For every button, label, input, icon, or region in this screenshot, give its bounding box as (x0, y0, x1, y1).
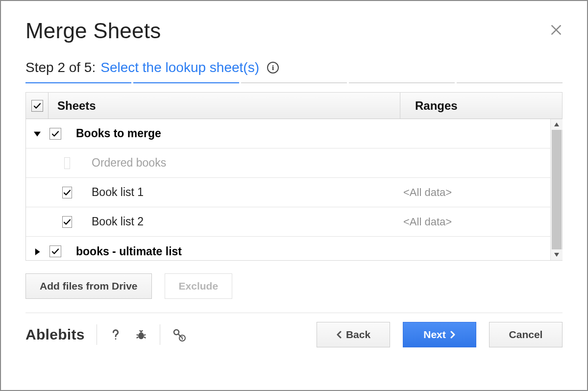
tree-group-row[interactable]: Books to merge (26, 119, 550, 148)
svg-line-11 (144, 337, 146, 338)
dialog-title: Merge Sheets (25, 19, 161, 43)
step-prefix: Step 2 of 5: (25, 60, 96, 75)
exclude-button: Exclude (165, 273, 233, 299)
chevron-left-icon (336, 331, 342, 339)
step-title: Select the lookup sheet(s) (100, 60, 259, 75)
svg-line-10 (136, 337, 138, 338)
svg-point-14 (182, 337, 183, 338)
bug-icon (134, 328, 148, 342)
check-icon (51, 129, 60, 138)
chevron-right-icon (450, 331, 456, 339)
divider (25, 313, 563, 313)
cancel-button[interactable]: Cancel (489, 322, 563, 347)
step-indicator: Step 2 of 5: Select the lookup sheet(s) … (25, 60, 563, 75)
sheets-grid: Sheets Ranges Books to merge (25, 92, 563, 261)
progress-segments (25, 82, 563, 83)
row-label: books - ultimate list (70, 245, 389, 258)
help-button[interactable] (109, 328, 122, 342)
row-label: Book list 2 (70, 215, 389, 228)
close-icon (550, 24, 563, 36)
select-all-checkbox[interactable] (31, 100, 43, 112)
check-icon (33, 101, 42, 110)
svg-point-6 (115, 338, 116, 340)
row-checkbox[interactable] (49, 245, 61, 257)
info-icon[interactable]: i (267, 62, 279, 73)
column-header-sheets[interactable]: Sheets (49, 93, 400, 119)
row-checkbox[interactable] (49, 128, 61, 140)
vertical-scrollbar[interactable] (550, 119, 562, 260)
row-label: Books to merge (70, 127, 389, 140)
tree-child-row[interactable]: Book list 2 <All data> (26, 207, 550, 237)
check-icon (51, 247, 60, 256)
svg-marker-4 (554, 122, 559, 126)
add-files-from-drive-button[interactable]: Add files from Drive (25, 273, 152, 299)
scroll-up-icon[interactable] (551, 119, 563, 130)
svg-marker-5 (554, 253, 559, 257)
tree-child-row: Ordered books (26, 148, 550, 178)
row-checkbox-disabled (64, 157, 70, 169)
expand-icon[interactable] (34, 245, 41, 258)
bug-report-button[interactable] (134, 328, 148, 342)
row-range[interactable]: <All data> (389, 186, 550, 199)
scroll-down-icon[interactable] (551, 249, 563, 260)
row-label: Book list 1 (70, 186, 389, 199)
question-icon (109, 328, 122, 342)
brand-label: Ablebits (25, 326, 85, 343)
svg-marker-3 (35, 248, 40, 255)
key-info-icon (172, 328, 186, 342)
back-button[interactable]: Back (317, 322, 390, 347)
tree-child-row[interactable]: Book list 1 <All data> (26, 178, 550, 207)
svg-point-7 (138, 332, 144, 339)
svg-line-9 (144, 335, 146, 335)
column-header-ranges[interactable]: Ranges (400, 93, 562, 119)
scroll-thumb[interactable] (552, 130, 562, 249)
grid-header: Sheets Ranges (26, 93, 562, 119)
next-button[interactable]: Next (403, 322, 476, 347)
privacy-info-button[interactable] (172, 328, 186, 342)
svg-marker-2 (34, 132, 41, 137)
collapse-icon[interactable] (34, 127, 41, 140)
tree-group-row[interactable]: books - ultimate list (26, 237, 550, 260)
row-range[interactable]: <All data> (389, 216, 550, 228)
close-button[interactable] (550, 24, 563, 38)
svg-line-8 (136, 335, 138, 335)
row-label: Ordered books (70, 156, 389, 170)
dialog-merge-sheets: Merge Sheets Step 2 of 5: Select the loo… (0, 0, 588, 391)
